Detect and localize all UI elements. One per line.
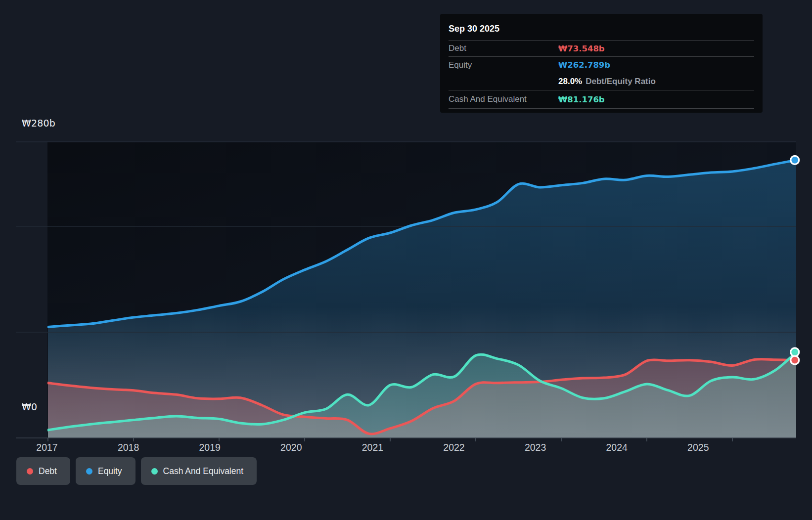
chart-tooltip: Sep 30 2025 Debt ₩73.548b Equity ₩262.78…: [440, 14, 763, 113]
x-axis-label-2020: 2020: [280, 442, 302, 453]
x-axis-label-2023: 2023: [525, 442, 546, 453]
tooltip-row-cash: Cash And Equivalent ₩81.176b: [449, 90, 754, 109]
tooltip-cash-value: ₩81.176b: [558, 95, 605, 104]
x-axis-label-2018: 2018: [118, 442, 139, 453]
x-axis-label-2024: 2024: [606, 442, 628, 453]
tooltip-debt-label: Debt: [449, 43, 558, 53]
equity-endpoint-marker[interactable]: [791, 156, 799, 164]
tooltip-equity-label: Equity: [449, 60, 558, 70]
debt-equity-chart-panel: 201720182019202020212022202320242025 ₩28…: [0, 0, 812, 520]
legend-item-debt[interactable]: Debt: [16, 457, 70, 485]
y-axis-label-zero: ₩0: [22, 401, 37, 412]
legend-item-equity[interactable]: Equity: [76, 457, 135, 485]
legend-label: Equity: [98, 466, 122, 477]
tooltip-row-ratio: 28.0% Debt/Equity Ratio: [449, 73, 754, 90]
x-axis-label-2021: 2021: [362, 442, 383, 453]
tooltip-debt-value: ₩73.548b: [558, 44, 605, 53]
x-axis-label-2022: 2022: [443, 442, 464, 453]
x-axis-label-2017: 2017: [36, 442, 57, 453]
y-axis-label-max: ₩280b: [22, 118, 55, 129]
x-axis-label-2019: 2019: [199, 442, 221, 453]
debt-endpoint-marker[interactable]: [791, 356, 799, 364]
chart-legend: DebtEquityCash And Equivalent: [16, 457, 257, 485]
tooltip-date: Sep 30 2025: [449, 14, 754, 41]
x-axis-label-2025: 2025: [687, 442, 709, 453]
tooltip-equity-value: ₩262.789b: [558, 60, 610, 70]
tooltip-row-equity: Equity ₩262.789b: [449, 57, 754, 73]
tooltip-ratio-label: Debt/Equity Ratio: [586, 77, 656, 87]
tooltip-cash-label: Cash And Equivalent: [449, 94, 558, 104]
legend-dot-icon: [27, 468, 33, 475]
legend-label: Cash And Equivalent: [163, 466, 243, 477]
cash-endpoint-marker[interactable]: [791, 348, 799, 356]
legend-dot-icon: [86, 468, 92, 475]
legend-label: Debt: [39, 466, 57, 477]
tooltip-row-debt: Debt ₩73.548b: [449, 41, 754, 57]
legend-dot-icon: [151, 468, 158, 475]
legend-item-cash-and-equivalent[interactable]: Cash And Equivalent: [141, 457, 257, 485]
tooltip-ratio-value: 28.0%: [558, 77, 582, 87]
